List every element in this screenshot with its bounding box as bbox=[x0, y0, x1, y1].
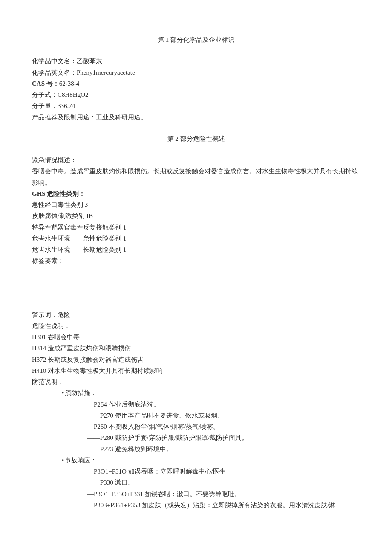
prevention-line: ——P273 避免释放到环境中。 bbox=[32, 444, 360, 455]
prevention-line: —P260 不要吸入粉尘/烟/气体/烟雾/蒸气/喷雾。 bbox=[32, 421, 360, 432]
prevention-label: 预防措施： bbox=[32, 387, 360, 398]
field-use: 产品推荐及限制用途：工业及科研用途。 bbox=[32, 112, 360, 123]
ghs-line: 危害水生环境——急性危险类别 1 bbox=[32, 233, 360, 244]
label: 化学品中文名： bbox=[32, 58, 77, 64]
field-name-cn: 化学品中文名：乙酸苯汞 bbox=[32, 55, 360, 67]
emergency-label: 紧急情况概述： bbox=[32, 154, 360, 166]
value: 336.74 bbox=[58, 102, 75, 109]
hazard-line: H372 长期或反复接触会对器官造成伤害 bbox=[32, 354, 360, 365]
ghs-label: GHS 危险性类别： bbox=[32, 188, 360, 199]
label: 化学品英文名： bbox=[32, 69, 77, 76]
emergency-text: 吞咽会中毒。造成严重皮肤灼伤和眼损伤。长期或反复接触会对器官造成伤害。对水生生物… bbox=[32, 166, 360, 188]
value: 乙酸苯汞 bbox=[77, 58, 102, 64]
section-1-title: 第 1 部分化学品及企业标识 bbox=[32, 34, 360, 45]
precaution-label: 防范说明： bbox=[32, 376, 360, 387]
section-2-body: 紧急情况概述： 吞咽会中毒。造成严重皮肤灼伤和眼损伤。长期或反复接触会对器官造成… bbox=[32, 154, 360, 511]
hazard-line: H410 对水生生物毒性极大并具有长期持续影响 bbox=[32, 365, 360, 376]
value: 62-38-4 bbox=[59, 80, 80, 87]
hazard-line: H314 造成严重皮肤灼伤和眼睛损伤 bbox=[32, 343, 360, 354]
label-elements-label: 标签要素： bbox=[32, 255, 360, 266]
prevention-line: ——P280 戴防护手套/穿防护服/戴防护眼罩/戴防护面具。 bbox=[32, 432, 360, 443]
label: 分子式： bbox=[32, 91, 58, 98]
label: CAS 号： bbox=[32, 80, 59, 87]
field-cas: CAS 号：62-38-4 bbox=[32, 78, 360, 89]
label: 分子量： bbox=[32, 102, 58, 109]
response-line: ——P330 漱口。 bbox=[32, 477, 360, 488]
ghs-line: 皮肤腐蚀/刺激类别 IB bbox=[32, 210, 360, 221]
ghs-line: 急性经口毒性类别 3 bbox=[32, 199, 360, 210]
value: 工业及科研用途。 bbox=[96, 114, 147, 121]
value: Pheny1mercuryacetate bbox=[77, 69, 135, 76]
hazard-label: 危险性说明： bbox=[32, 320, 360, 331]
label: 产品推荐及限制用途： bbox=[32, 114, 96, 121]
section-2-title: 第 2 部分危险性概述 bbox=[32, 133, 360, 144]
label: 警示词： bbox=[32, 311, 58, 318]
value: C8H8HgO2 bbox=[58, 91, 89, 98]
response-line: —P3O1+P33O+P331 如误吞咽：漱口。不要诱导呕吐。 bbox=[32, 488, 360, 500]
response-line: —P3O1+P31O 如误吞咽：立即呼叫解毒中心/医生 bbox=[32, 466, 360, 477]
prevention-line: —P264 作业后彻底清洗。 bbox=[32, 399, 360, 410]
response-label: 事故响应： bbox=[32, 455, 360, 466]
value: 危险 bbox=[58, 311, 70, 318]
hazard-line: H301 吞咽会中毒 bbox=[32, 331, 360, 343]
section-1-body: 化学品中文名：乙酸苯汞 化学品英文名：Pheny1mercuryacetate … bbox=[32, 55, 360, 123]
field-formula: 分子式：C8H8HgO2 bbox=[32, 89, 360, 100]
field-name-en: 化学品英文名：Pheny1mercuryacetate bbox=[32, 67, 360, 78]
prevention-line: ——P270 使用本产品时不要进食、饮水或吸烟。 bbox=[32, 410, 360, 421]
ghs-line: 危害水生环境——长期危险类别 1 bbox=[32, 244, 360, 255]
pictogram-placeholder bbox=[32, 267, 360, 309]
response-line: —P303+P361+P353 如皮肤（或头发）沾染：立即脱掉所有沾染的衣服。用… bbox=[32, 500, 360, 511]
ghs-line: 特异性靶器官毒性反复接触类别 1 bbox=[32, 222, 360, 233]
signal-word: 警示词：危险 bbox=[32, 309, 360, 320]
field-mw: 分子量：336.74 bbox=[32, 100, 360, 111]
